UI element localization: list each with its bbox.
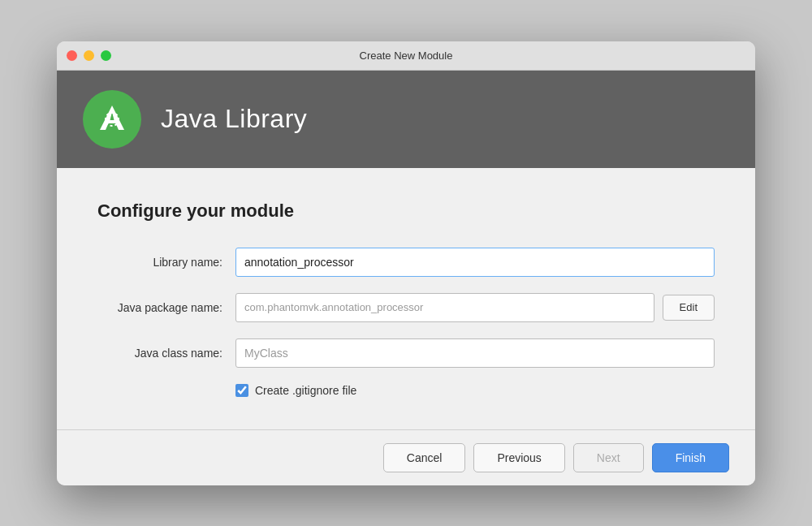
dialog-window: Create New Module Java Library Config bbox=[57, 41, 755, 485]
gitignore-row: Create .gitignore file bbox=[235, 384, 715, 397]
java-class-label: Java class name: bbox=[97, 347, 235, 360]
library-name-row: Library name: bbox=[97, 248, 715, 277]
title-bar: Create New Module bbox=[57, 41, 755, 71]
android-studio-icon bbox=[92, 99, 132, 140]
window-controls bbox=[67, 50, 111, 61]
maximize-button[interactable] bbox=[101, 50, 111, 61]
form-content: Configure your module Library name: Java… bbox=[57, 168, 755, 429]
cancel-button[interactable]: Cancel bbox=[383, 443, 466, 472]
close-button[interactable] bbox=[67, 50, 77, 61]
header-banner: Java Library bbox=[57, 71, 755, 168]
window-title: Create New Module bbox=[360, 50, 453, 62]
module-type-title: Java Library bbox=[161, 104, 307, 134]
java-class-input[interactable] bbox=[235, 338, 715, 368]
package-input-group: com.phantomvk.annotation_processor Edit bbox=[235, 293, 715, 322]
edit-package-button[interactable]: Edit bbox=[663, 295, 715, 321]
java-package-row: Java package name: com.phantomvk.annotat… bbox=[97, 293, 715, 322]
java-class-row: Java class name: bbox=[97, 338, 715, 368]
section-title: Configure your module bbox=[97, 200, 715, 222]
minimize-button[interactable] bbox=[84, 50, 94, 61]
library-name-label: Library name: bbox=[97, 256, 235, 269]
gitignore-label: Create .gitignore file bbox=[255, 384, 356, 397]
next-button: Next bbox=[573, 443, 644, 472]
library-name-input[interactable] bbox=[235, 248, 715, 277]
previous-button[interactable]: Previous bbox=[473, 443, 564, 472]
java-package-label: Java package name: bbox=[97, 301, 235, 314]
java-package-display: com.phantomvk.annotation_processor bbox=[235, 293, 654, 322]
finish-button[interactable]: Finish bbox=[652, 443, 729, 472]
android-logo bbox=[83, 90, 141, 149]
gitignore-checkbox[interactable] bbox=[235, 384, 248, 397]
java-package-value: com.phantomvk.annotation_processor bbox=[244, 301, 423, 313]
footer: Cancel Previous Next Finish bbox=[57, 429, 755, 485]
